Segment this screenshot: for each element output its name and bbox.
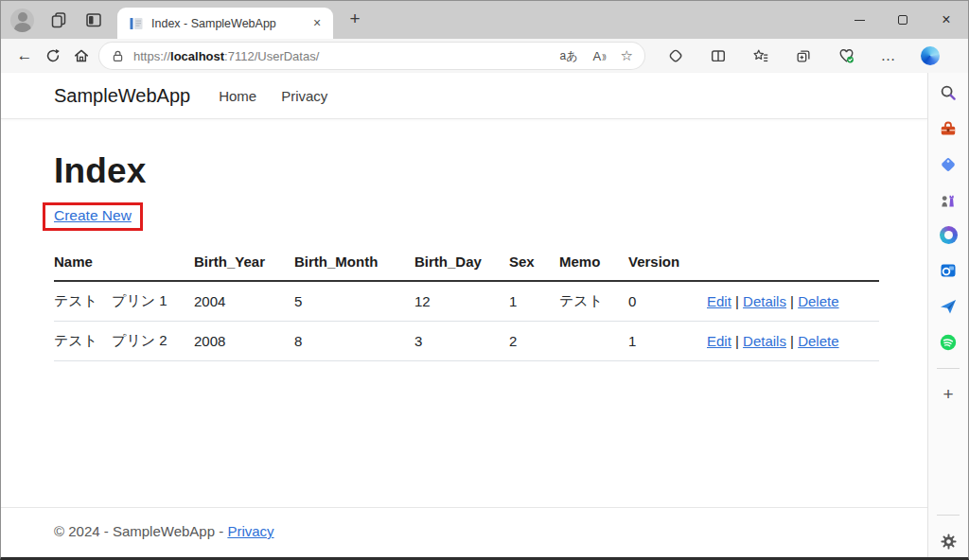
- address-bar[interactable]: https://localhost:7112/UserDatas/ aあ A))…: [99, 43, 644, 69]
- footer-privacy-link[interactable]: Privacy: [227, 523, 273, 539]
- table-row: テスト プリン 220088321Edit | Details | Delete: [54, 322, 879, 361]
- tab-title: Index - SampleWebApp: [151, 17, 301, 30]
- minimize-button[interactable]: [837, 1, 881, 39]
- close-button[interactable]: ×: [925, 1, 968, 39]
- site-footer: © 2024 - SampleWebApp - Privacy: [1, 507, 927, 557]
- row-actions: Edit | Details | Delete: [707, 281, 879, 322]
- sidebar-spotify-icon[interactable]: [939, 332, 959, 352]
- action-separator: |: [786, 293, 798, 309]
- table-cell: 1: [509, 281, 559, 322]
- row-action-edit-link[interactable]: Edit: [707, 333, 731, 349]
- extensions-icon[interactable]: [665, 45, 686, 66]
- row-action-delete-link[interactable]: Delete: [798, 293, 838, 309]
- column-header: Birth_Year: [194, 246, 294, 281]
- page-body: Index Create New NameBirth_YearBirth_Mon…: [1, 119, 927, 507]
- tab-close-icon[interactable]: ×: [308, 15, 326, 32]
- action-separator: |: [786, 333, 798, 349]
- tab-actions-menu-icon[interactable]: [83, 9, 104, 30]
- titlebar: Index - SampleWebApp × + ×: [1, 1, 968, 39]
- column-header: Memo: [559, 246, 628, 281]
- sidebar-outlook-icon[interactable]: [939, 260, 959, 280]
- sidebar-drop-icon[interactable]: [939, 296, 959, 316]
- table-cell: [559, 322, 628, 361]
- row-action-details-link[interactable]: Details: [743, 333, 786, 349]
- copilot-icon[interactable]: [921, 46, 940, 65]
- translate-icon[interactable]: aあ: [560, 48, 578, 64]
- sidebar-divider: [937, 515, 960, 516]
- table-cell: テスト プリン 2: [54, 322, 194, 361]
- annotation-highlight-box: Create New: [43, 202, 143, 231]
- sidebar-shopping-icon[interactable]: [939, 154, 959, 174]
- column-header: Name: [54, 246, 194, 281]
- column-header: [707, 246, 879, 281]
- lock-icon[interactable]: [111, 49, 125, 63]
- favorites-icon[interactable]: [750, 45, 771, 66]
- table-cell: 5: [294, 281, 414, 322]
- site-navbar: SampleWebApp Home Privacy: [1, 73, 927, 119]
- home-button[interactable]: [67, 42, 96, 70]
- row-actions: Edit | Details | Delete: [707, 322, 879, 361]
- nav-link-privacy[interactable]: Privacy: [281, 88, 327, 104]
- table-cell: 8: [294, 322, 414, 361]
- new-tab-button[interactable]: +: [341, 7, 369, 33]
- profile-avatar-icon[interactable]: [10, 9, 34, 32]
- table-cell: 0: [628, 281, 707, 322]
- table-cell: 12: [414, 281, 509, 322]
- tab-favicon: [129, 16, 144, 31]
- maximize-button[interactable]: [881, 1, 925, 39]
- collections-icon[interactable]: [793, 45, 814, 66]
- url-text[interactable]: https://localhost:7112/UserDatas/: [133, 49, 319, 63]
- browser-essentials-icon[interactable]: [836, 45, 856, 66]
- add-favorite-star-icon[interactable]: ☆: [621, 47, 633, 64]
- refresh-button[interactable]: [39, 42, 67, 70]
- column-header: Birth_Day: [414, 246, 509, 281]
- copyright-text: © 2024 - SampleWebApp -: [54, 523, 223, 539]
- browser-window: Index - SampleWebApp × + × ← https://loc…: [0, 0, 969, 560]
- back-button[interactable]: ←: [10, 42, 39, 70]
- web-page: SampleWebApp Home Privacy Index Create N…: [1, 73, 927, 557]
- sidebar-settings-gear-icon[interactable]: [939, 532, 959, 551]
- row-action-edit-link[interactable]: Edit: [707, 293, 731, 309]
- sidebar-divider: [937, 368, 960, 369]
- table-cell: 2004: [194, 281, 294, 322]
- table-cell: 2008: [194, 322, 294, 361]
- site-brand-link[interactable]: SampleWebApp: [54, 85, 190, 107]
- table-cell: テスト プリン 1: [54, 281, 194, 322]
- page-title: Index: [54, 151, 874, 191]
- table-header-row: NameBirth_YearBirth_MonthBirth_DaySexMem…: [54, 246, 879, 281]
- browser-toolbar: ← https://localhost:7112/UserDatas/ aあ A…: [1, 39, 968, 73]
- row-action-details-link[interactable]: Details: [743, 293, 786, 309]
- user-data-table: NameBirth_YearBirth_MonthBirth_DaySexMem…: [54, 246, 879, 361]
- workspaces-icon[interactable]: [48, 9, 69, 30]
- table-cell: 2: [509, 322, 559, 361]
- create-new-link[interactable]: Create New: [54, 207, 132, 223]
- sidebar-search-icon[interactable]: [939, 82, 959, 102]
- row-action-delete-link[interactable]: Delete: [798, 333, 838, 349]
- sidebar-tools-icon[interactable]: [939, 118, 959, 138]
- edge-sidebar: +: [927, 73, 968, 557]
- column-header: Sex: [509, 246, 559, 281]
- nav-link-home[interactable]: Home: [219, 88, 256, 104]
- sidebar-games-icon[interactable]: [939, 190, 959, 210]
- more-options-icon[interactable]: …: [878, 45, 899, 66]
- table-row: テスト プリン 120045121テスト0Edit | Details | De…: [54, 281, 879, 322]
- read-aloud-icon[interactable]: A)): [593, 49, 606, 63]
- table-cell: 3: [414, 322, 509, 361]
- browser-tab[interactable]: Index - SampleWebApp ×: [117, 8, 333, 39]
- table-cell: テスト: [559, 281, 628, 322]
- column-header: Birth_Month: [294, 246, 414, 281]
- column-header: Version: [628, 246, 707, 281]
- split-screen-icon[interactable]: [708, 45, 729, 66]
- action-separator: |: [731, 333, 743, 349]
- sidebar-microsoft-365-icon[interactable]: [940, 226, 958, 244]
- table-cell: 1: [628, 322, 707, 361]
- action-separator: |: [731, 293, 743, 309]
- sidebar-add-button[interactable]: +: [943, 385, 953, 403]
